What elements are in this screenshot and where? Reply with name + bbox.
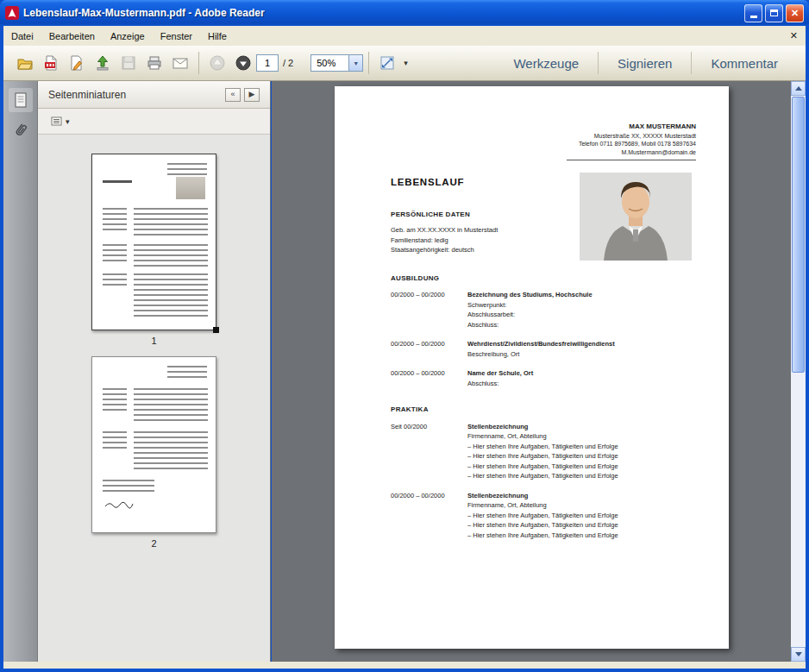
thumbnail-resize-handle[interactable] bbox=[213, 327, 219, 333]
kommentar-pane-button[interactable]: Kommentar bbox=[692, 56, 797, 71]
toolbar-separator bbox=[198, 52, 199, 74]
scroll-up-icon bbox=[795, 86, 802, 91]
thumbnail-2-label: 2 bbox=[151, 538, 156, 549]
attachments-panel-button[interactable] bbox=[9, 119, 33, 143]
document-view[interactable]: MAX MUSTERMANN Musterstraße XX, XXXXX Mu… bbox=[272, 81, 791, 662]
zoom-dropdown-button[interactable]: ▼ bbox=[348, 54, 363, 72]
zoom-level-input[interactable] bbox=[310, 54, 348, 72]
scroll-up-button[interactable] bbox=[791, 81, 806, 96]
print-icon bbox=[146, 54, 163, 72]
vertical-scrollbar[interactable] bbox=[791, 81, 806, 662]
panel-collapse-button[interactable]: « bbox=[225, 88, 241, 102]
panel-expand-button[interactable]: ▶ bbox=[244, 88, 260, 102]
ausbildung-entry: 00/2000 – 00/2000 Wehrdienst/Zivildienst… bbox=[391, 339, 680, 359]
collapse-icon: « bbox=[230, 91, 235, 98]
window-title: Lebenslauf-Max-Mustermann.pdf - Adobe Re… bbox=[23, 7, 742, 19]
close-icon: ✕ bbox=[791, 9, 799, 18]
options-caret-icon: ▾ bbox=[66, 117, 70, 126]
cv-email: M.Mustermann@domain.de bbox=[567, 148, 696, 157]
sign-document-icon bbox=[68, 54, 85, 72]
thumb1-lines bbox=[134, 208, 208, 237]
thumb1-lines bbox=[103, 244, 127, 263]
entry-line: Beschreibung, Ort bbox=[467, 349, 615, 360]
cv-title: LEBENSLAUF bbox=[391, 178, 680, 188]
thumb1-lines bbox=[103, 273, 127, 286]
save-button[interactable] bbox=[116, 50, 141, 76]
entry-title: Name der Schule, Ort bbox=[467, 368, 533, 379]
personal-line: Familienstand: ledig bbox=[391, 236, 680, 246]
section-heading-ausbildung: AUSBILDUNG bbox=[391, 273, 680, 284]
zoom-combobox: ▼ bbox=[310, 54, 363, 72]
signieren-pane-button[interactable]: Signieren bbox=[599, 56, 691, 71]
menu-item-bearbeiten[interactable]: Bearbeiten bbox=[41, 28, 103, 45]
sign-document-button[interactable] bbox=[64, 50, 90, 76]
werkzeuge-pane-button[interactable]: Werkzeuge bbox=[494, 56, 598, 71]
thumbnail-page-1[interactable] bbox=[91, 154, 216, 330]
thumb1-lines bbox=[134, 244, 208, 267]
page-thumbnails-icon bbox=[11, 91, 30, 110]
toolbar-overflow-caret-icon[interactable]: ▾ bbox=[404, 59, 408, 67]
menu-item-hilfe[interactable]: Hilfe bbox=[200, 28, 235, 45]
fit-window-icon bbox=[379, 54, 396, 72]
print-button[interactable] bbox=[141, 50, 167, 76]
praktika-entry: 00/2000 – 00/2000 Stellenbezeichnung Fir… bbox=[391, 491, 680, 541]
section-heading-personal: PERSÖNLICHE DATEN bbox=[391, 210, 680, 220]
entry-line: Firmenname, Ort, Abteilung bbox=[467, 431, 618, 442]
maximize-button[interactable] bbox=[765, 4, 783, 22]
page-thumbnails-panel-button[interactable] bbox=[9, 88, 33, 112]
entry-line: – Hier stehen Ihre Aufgaben, Tätigkeiten… bbox=[467, 531, 618, 541]
thumbnail-options-button[interactable]: ▾ bbox=[48, 115, 72, 129]
maximize-icon bbox=[770, 9, 778, 16]
entry-title: Bezeichnung des Studiums, Hochschule bbox=[467, 290, 593, 300]
title-bar[interactable]: Lebenslauf-Max-Mustermann.pdf - Adobe Re… bbox=[0, 0, 809, 26]
thumb2-lines bbox=[134, 388, 208, 423]
entry-line: Abschluss: bbox=[467, 379, 533, 389]
thumbnail-page-2[interactable] bbox=[91, 356, 216, 533]
page-number-input[interactable] bbox=[256, 54, 279, 72]
entry-line: – Hier stehen Ihre Aufgaben, Tätigkeiten… bbox=[467, 471, 618, 481]
save-icon bbox=[120, 54, 137, 72]
toolbar: / 2 ▼ ▾ Werkzeuge Signieren Kommentar bbox=[3, 46, 806, 81]
pdf-page[interactable]: MAX MUSTERMANN Musterstraße XX, XXXXX Mu… bbox=[335, 86, 729, 649]
panel-header: Seitenminiaturen « ▶ bbox=[38, 81, 270, 109]
ausbildung-entry: 00/2000 – 00/2000 Name der Schule, Ort A… bbox=[391, 368, 680, 388]
thumb1-title-line bbox=[103, 180, 132, 183]
previous-page-icon bbox=[209, 54, 226, 72]
thumb2-lines bbox=[134, 431, 208, 471]
scroll-down-button[interactable] bbox=[791, 647, 806, 662]
next-page-button[interactable] bbox=[230, 50, 256, 76]
page-total-label: / 2 bbox=[283, 58, 293, 68]
toolbar-separator bbox=[368, 52, 369, 74]
thumb2-header-lines bbox=[167, 366, 207, 378]
task-panes: Werkzeuge Signieren Kommentar bbox=[494, 46, 797, 80]
menu-bar: Datei Bearbeiten Anzeige Fenster Hilfe ✕ bbox=[3, 26, 806, 46]
open-file-icon bbox=[16, 54, 34, 72]
thumb2-lines bbox=[103, 431, 127, 450]
email-button[interactable] bbox=[167, 50, 193, 76]
thumb1-lines bbox=[134, 273, 208, 318]
fit-window-button[interactable] bbox=[374, 50, 400, 76]
thumbnail-1-label: 1 bbox=[151, 336, 156, 346]
previous-page-button[interactable] bbox=[204, 50, 230, 76]
status-bar bbox=[3, 662, 806, 669]
create-pdf-button[interactable] bbox=[38, 50, 64, 76]
minimize-button[interactable] bbox=[744, 4, 762, 22]
document-close-icon[interactable]: ✕ bbox=[782, 30, 806, 41]
thumb2-lines bbox=[103, 480, 154, 492]
menu-item-fenster[interactable]: Fenster bbox=[153, 28, 200, 45]
open-file-button[interactable] bbox=[12, 50, 38, 76]
entry-line: – Hier stehen Ihre Aufgaben, Tätigkeiten… bbox=[467, 462, 618, 472]
close-button[interactable]: ✕ bbox=[786, 4, 804, 22]
entry-date: 00/2000 – 00/2000 bbox=[391, 290, 467, 330]
menu-item-datei[interactable]: Datei bbox=[3, 28, 41, 45]
scrollbar-thumb[interactable] bbox=[792, 97, 805, 373]
share-button[interactable] bbox=[90, 50, 116, 76]
scroll-down-icon bbox=[795, 652, 802, 656]
cv-name: MAX MUSTERMANN bbox=[567, 122, 696, 131]
paperclip-icon bbox=[11, 122, 30, 141]
entry-title: Stellenbezeichnung bbox=[467, 491, 618, 501]
menu-item-anzeige[interactable]: Anzeige bbox=[103, 28, 153, 45]
thumb1-lines bbox=[103, 208, 127, 234]
adobe-reader-app-icon bbox=[5, 6, 19, 20]
zoom-caret-icon: ▼ bbox=[353, 60, 359, 66]
